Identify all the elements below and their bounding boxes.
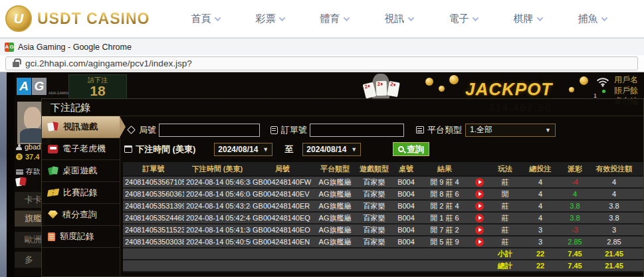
cell-bet_total: 3 xyxy=(522,236,559,248)
sidebar-item-points-inquiry[interactable]: 積分查詢 xyxy=(42,204,120,226)
order-no-input[interactable] xyxy=(310,124,404,137)
table-row: 2408140535313992024-08-14 05:43:24GB0042… xyxy=(123,200,643,212)
cell-payout: 2.85 xyxy=(559,236,591,248)
cell-valid_bet: 3 xyxy=(591,224,637,236)
subtotal-row-payout: 7.45 xyxy=(559,248,591,260)
sidebar-item-slots[interactable]: 電子老虎機 xyxy=(42,138,120,160)
sidebar-item-label: 比賽記錄 xyxy=(63,187,98,199)
sidebar-item-quota-records[interactable]: 額度記錄 xyxy=(42,226,120,248)
session-label-balance: 賬戶餘 xyxy=(614,85,644,96)
cell-bet_time: 2024-08-14 05:42:44 xyxy=(184,212,251,224)
desktop-edge xyxy=(0,72,7,277)
grand-total-row-label: 總計 xyxy=(488,260,522,272)
sidebar-item-label: 桌面遊戲 xyxy=(62,165,97,177)
sidebar-item-match-records[interactable]: 比賽記錄 xyxy=(42,182,120,204)
chrome-titlebar[interactable]: AG Asia Gaming - Google Chrome xyxy=(0,38,644,55)
replay-button[interactable] xyxy=(475,178,484,187)
money-icon: $ xyxy=(16,153,23,160)
replay-button[interactable] xyxy=(475,202,484,211)
subtotal-row-empty xyxy=(470,248,488,260)
ag-logo-g: G xyxy=(32,78,47,95)
platform-type-select[interactable]: 1.全部 ▼ xyxy=(465,124,556,137)
cell-game_type: 百家樂 xyxy=(356,224,393,236)
table-row: 2408140535244682024-08-14 05:42:44GB0042… xyxy=(123,212,643,224)
sidebar-item-label: 積分查詢 xyxy=(62,209,97,221)
col-header-bet_total: 總投注 xyxy=(522,162,559,176)
col-header-play: 玩法 xyxy=(488,162,522,176)
nav-item-sports[interactable]: 體育 xyxy=(320,13,349,25)
nav-item-cards[interactable]: 棋牌 xyxy=(513,13,542,25)
chrome-urlbar: gci.2hhapi.com/agingame/pcv1/index.jsp? xyxy=(0,55,644,72)
replay-button[interactable] xyxy=(475,238,484,246)
gem-icon xyxy=(48,211,58,219)
nav-item-fishing[interactable]: 捕魚 xyxy=(578,13,607,25)
grand-total-row-empty xyxy=(184,260,251,272)
nav-item-home[interactable]: 首頁 xyxy=(191,13,220,25)
label-text: 下注時間 (美東) xyxy=(136,143,195,155)
cell-bet_time: 2024-08-14 05:41:36 xyxy=(184,224,251,236)
sidebar-item-table-games[interactable]: 桌面遊戲 xyxy=(42,160,120,182)
to-label: 至 xyxy=(284,143,293,155)
url-field[interactable]: gci.2hhapi.com/agingame/pcv1/index.jsp? xyxy=(5,56,638,70)
lobby-label: 歐洲 xyxy=(25,234,42,246)
coin-icon xyxy=(439,86,445,92)
cell-bet_total: 4 xyxy=(522,176,559,188)
screen: U USDT CASINO 首頁 彩票 體育 視訊 電子 棋牌 捕魚 AG As… xyxy=(0,0,644,277)
countdown-value: 18 xyxy=(69,85,126,97)
grand-total-row-empty xyxy=(470,260,488,272)
jackpot-card-icon: 2♦ xyxy=(387,81,400,97)
filter-row-2: 下注時間 (美東) 2024/08/14 ▼ 至 2024/08/14 ▼ xyxy=(123,140,643,158)
replay-button[interactable] xyxy=(475,214,484,223)
label-text: 平台類型 xyxy=(427,124,462,136)
cell-bet_time: 2024-08-14 05:46:04 xyxy=(184,188,251,200)
date-to-picker[interactable]: 2024/08/14 ▼ xyxy=(302,143,361,156)
jackpot-banner: JACKPOT xyxy=(465,79,552,100)
modal-sidebar: 視訊遊戲 電子老虎機 桌面遊戲 比賽記錄 xyxy=(42,116,120,277)
subtotal-row-empty xyxy=(356,248,393,260)
ticket-icon xyxy=(47,189,59,197)
deposit-row[interactable]: 存款 xyxy=(16,167,41,177)
cell-play_btn xyxy=(470,236,488,248)
cell-play: 莊 xyxy=(488,176,522,188)
nav-item-lottery[interactable]: 彩票 xyxy=(255,13,284,25)
cell-order_no: 240814053524468 xyxy=(123,212,184,224)
nav-item-live[interactable]: 視訊 xyxy=(384,13,413,25)
cell-table_no: B004 xyxy=(393,200,419,212)
cell-payout: 3.8 xyxy=(559,200,591,212)
cell-result: 閒 7 莊 2 xyxy=(419,224,470,236)
cell-platform: AG旗艦廳 xyxy=(314,236,356,248)
col-header-table_no: 桌號 xyxy=(393,162,419,176)
bet-time-label: 下注時間 (美東) xyxy=(124,143,195,155)
table-row: 2408140535030382024-08-14 05:40:50GB0042… xyxy=(123,236,643,248)
cell-play_btn xyxy=(470,200,488,212)
lock-icon[interactable] xyxy=(13,62,19,67)
sidebar-item-video-games[interactable]: 視訊遊戲 xyxy=(42,116,120,138)
cell-round_no: GB004248140EN xyxy=(251,236,314,248)
replay-button[interactable] xyxy=(475,226,484,234)
list-icon xyxy=(416,126,424,134)
grand-total-row-payout: 7.45 xyxy=(559,260,591,272)
site-logo-text: USDT CASINO xyxy=(37,10,150,28)
nav-item-slots[interactable]: 電子 xyxy=(449,13,478,25)
coin-icon xyxy=(425,78,433,86)
document-icon xyxy=(48,232,55,241)
date-from-picker[interactable]: 2024/08/14 ▼ xyxy=(214,143,272,156)
search-button[interactable]: 查詢 xyxy=(393,142,429,156)
cell-order_no: 240814053560361 xyxy=(123,188,184,200)
filter-row-1: 局號 訂單號 平台類型 1.全部 xyxy=(123,121,643,139)
cell-play_btn xyxy=(470,176,488,188)
cell-play: 莊 xyxy=(488,224,522,236)
coin-logo-icon: U xyxy=(5,5,32,32)
subtotal-row-empty xyxy=(419,248,470,260)
replay-button[interactable] xyxy=(475,190,484,199)
cell-valid_bet: 4 xyxy=(591,188,637,200)
cell-play: 莊 xyxy=(488,212,522,224)
site-logo[interactable]: U USDT CASINO xyxy=(5,5,150,32)
wifi-icon xyxy=(596,76,609,90)
deposit-label: 存款 xyxy=(26,167,41,177)
cell-game_type: 百家樂 xyxy=(356,188,393,200)
username-row: gbad xyxy=(16,143,41,151)
round-no-input[interactable] xyxy=(159,124,260,137)
cell-round_no: GB004248140EO xyxy=(251,224,314,236)
table-games-icon xyxy=(48,167,58,175)
